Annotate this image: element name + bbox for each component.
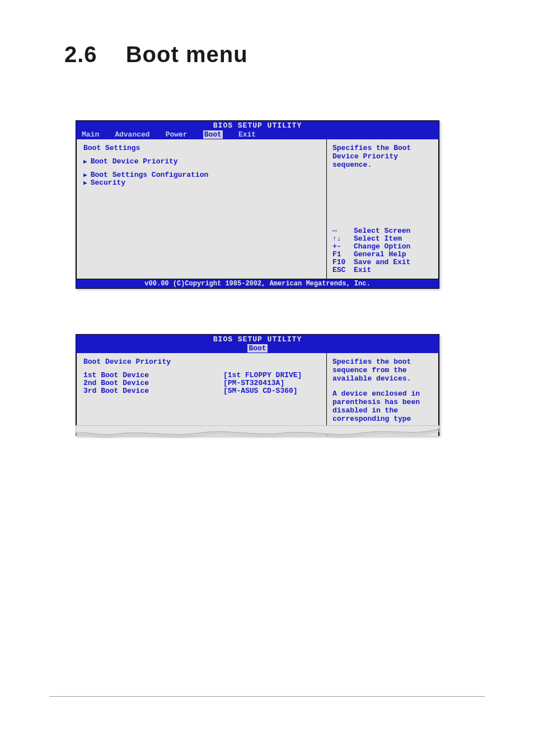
boot-device-value: [SM-ASUS CD-S360] <box>223 387 298 395</box>
menu-item-boot-device-priority[interactable]: ▶ Boot Device Priority <box>83 158 320 166</box>
key-f10: F10 <box>332 259 354 266</box>
key-desc: General Help <box>354 251 433 259</box>
boot-device-row-2[interactable]: 2nd Boot Device [PM-ST320413A] <box>83 379 320 387</box>
key-desc: Change Option <box>354 243 433 251</box>
menu-item-label: Security <box>91 179 125 187</box>
bios-footer: v00.00 (C)Copyright 1985-2002, American … <box>76 279 439 288</box>
key-desc: Save and Exit <box>354 259 433 266</box>
bios-help-panel: Specifies the Boot Device Priority seque… <box>327 139 439 279</box>
menu-item-label: Boot Device Priority <box>91 158 178 166</box>
key-f1: F1 <box>332 251 354 259</box>
tab-power[interactable]: Power <box>166 130 188 139</box>
tab-exit[interactable]: Exit <box>238 130 256 139</box>
bios-help-panel: Specifies the boot sequence from the ava… <box>327 353 439 436</box>
key-plus-minus: +- <box>332 243 354 251</box>
bios-screenshot-2: BIOS SETUP UTILITY Boot Boot Device Prio… <box>76 334 439 436</box>
help-text: Specifies the Boot Device Priority seque… <box>332 144 433 169</box>
torn-edge-decoration <box>76 425 439 439</box>
tab-main[interactable]: Main <box>82 130 99 139</box>
bios-main-panel: Boot Settings ▶ Boot Device Priority ▶ B… <box>76 139 327 279</box>
bios-heading: Boot Settings <box>83 144 320 152</box>
boot-device-label: 3rd Boot Device <box>83 387 223 395</box>
tab-boot[interactable]: Boot <box>247 344 267 353</box>
boot-device-value: [PM-ST320413A] <box>223 379 284 387</box>
bios-heading: Boot Device Priority <box>83 358 320 366</box>
bios-title: BIOS SETUP UTILITY <box>76 335 439 344</box>
menu-item-label: Boot Settings Configuration <box>91 171 209 179</box>
triangle-icon: ▶ <box>83 179 87 187</box>
menu-item-boot-settings-configuration[interactable]: ▶ Boot Settings Configuration <box>83 171 320 179</box>
boot-device-row-1[interactable]: 1st Boot Device [1st FLOPPY DRIVE] <box>83 372 320 379</box>
key-arrows-lr: ↔ <box>332 227 354 235</box>
boot-device-label: 2nd Boot Device <box>83 379 223 387</box>
menu-item-security[interactable]: ▶ Security <box>83 179 320 187</box>
key-help-list: ↔Select Screen ↑↓Select Item +-Change Op… <box>332 227 433 274</box>
boot-device-row-3[interactable]: 3rd Boot Device [SM-ASUS CD-S360] <box>83 387 320 395</box>
boot-device-value: [1st FLOPPY DRIVE] <box>223 372 302 379</box>
section-heading: 2.6 Boot menu <box>64 42 248 67</box>
bios-main-panel: Boot Device Priority 1st Boot Device [1s… <box>76 353 327 436</box>
bios-tab-bar: Boot <box>76 344 439 353</box>
section-number: 2.6 <box>64 42 97 67</box>
bios-title: BIOS SETUP UTILITY <box>76 121 439 130</box>
triangle-icon: ▶ <box>83 171 87 179</box>
bios-screenshot-1: BIOS SETUP UTILITY Main Advanced Power B… <box>76 120 439 289</box>
tab-boot[interactable]: Boot <box>203 130 223 139</box>
key-desc: Select Item <box>354 235 433 243</box>
boot-device-label: 1st Boot Device <box>83 372 223 379</box>
triangle-icon: ▶ <box>83 158 87 166</box>
tab-advanced[interactable]: Advanced <box>115 130 149 139</box>
page-footer-rule <box>49 696 485 697</box>
key-arrows-ud: ↑↓ <box>332 235 354 243</box>
help-text-1: Specifies the boot sequence from the ava… <box>332 358 433 383</box>
key-desc: Exit <box>354 266 433 274</box>
bios-tab-bar: Main Advanced Power Boot Exit <box>76 130 439 139</box>
key-esc: ESC <box>332 266 354 274</box>
key-desc: Select Screen <box>354 227 433 235</box>
section-title-text: Boot menu <box>126 42 248 67</box>
